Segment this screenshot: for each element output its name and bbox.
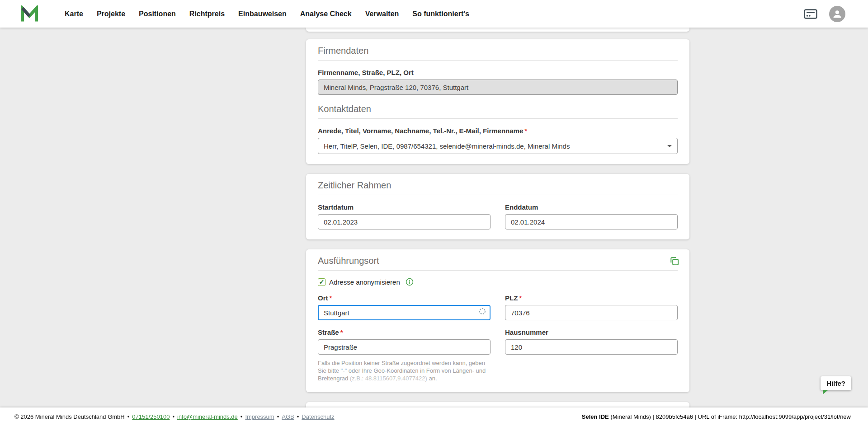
help-button-label: Hilfe? — [826, 379, 845, 387]
required-asterisk: * — [330, 294, 332, 302]
plz-input[interactable] — [505, 305, 678, 320]
next-card-partial — [306, 402, 689, 407]
nav-item-karte[interactable]: Karte — [65, 10, 83, 18]
nav-item-einbauweisen[interactable]: Einbauweisen — [238, 10, 287, 18]
content-area: Firmendaten Firmenname, Straße, PLZ, Ort… — [0, 28, 868, 407]
ort-input[interactable] — [318, 305, 491, 320]
footer-separator: • — [172, 413, 175, 420]
company-input[interactable] — [318, 80, 678, 95]
footer-left: © 2026 Mineral Minds Deutschland GmbH • … — [14, 413, 335, 420]
footer-separator: • — [241, 413, 243, 420]
footer-separator: • — [297, 413, 299, 420]
ort-input-wrap — [318, 302, 491, 320]
hausnummer-label: Hausnummer — [505, 328, 678, 336]
hint-coordinates-example: (z.B.: 48.8115607,9.4077422) — [350, 375, 427, 382]
ort-label: Ort* — [318, 294, 491, 302]
plz-label-text: PLZ — [505, 294, 518, 302]
nav-item-richtpreis[interactable]: Richtpreis — [189, 10, 225, 18]
copy-icon[interactable] — [669, 256, 679, 266]
anonymize-row: ✓ Adresse anonymisieren — [318, 278, 678, 286]
copyright-text: © 2026 Mineral Minds Deutschland GmbH — [14, 413, 125, 420]
anonymize-label: Adresse anonymisieren — [329, 278, 400, 286]
ort-label-text: Ort — [318, 294, 328, 302]
strasse-label: Straße* — [318, 328, 491, 336]
company-label: Firmenname, Straße, PLZ, Ort — [318, 69, 678, 76]
logo-icon — [20, 5, 39, 23]
footer: © 2026 Mineral Minds Deutschland GmbH • … — [0, 407, 868, 426]
firmendaten-title: Firmendaten — [318, 45, 678, 61]
nav-item-positionen[interactable]: Positionen — [139, 10, 176, 18]
footer-right: Selen IDE (Mineral Minds) | 8209b5fc54a6… — [582, 413, 851, 420]
nav-item-verwalten[interactable]: Verwalten — [365, 10, 399, 18]
contact-label-text: Anrede, Titel, Vorname, Nachname, Tel.-N… — [318, 127, 523, 135]
hausnummer-input[interactable] — [505, 339, 678, 355]
anonymize-checkbox[interactable]: ✓ — [318, 278, 326, 286]
startdatum-input[interactable] — [318, 214, 491, 229]
ausfuehrungsort-title: Ausführungsort — [318, 255, 678, 271]
contact-select-value: Herr, TitelP, Selen, IDE, 0987/654321, s… — [324, 142, 570, 150]
required-asterisk: * — [524, 127, 527, 135]
zeitraum-card: Zeitlicher Rahmen Startdatum Enddatum — [306, 174, 689, 239]
firmendaten-card: Firmendaten Firmenname, Straße, PLZ, Ort… — [306, 39, 689, 164]
required-asterisk: * — [340, 328, 343, 336]
previous-card-partial — [306, 28, 689, 32]
contact-label: Anrede, Titel, Vorname, Nachname, Tel.-N… — [318, 127, 678, 135]
footer-separator: • — [127, 413, 130, 420]
info-icon[interactable] — [406, 278, 414, 286]
footer-phone-link[interactable]: 07151/250100 — [132, 413, 170, 420]
footer-app-name: Selen IDE — [582, 413, 609, 420]
kontaktdaten-title: Kontaktdaten — [318, 103, 678, 119]
person-icon — [832, 9, 843, 19]
mineral-minds-logo[interactable] — [20, 5, 39, 23]
user-avatar[interactable] — [829, 6, 845, 22]
required-asterisk: * — [519, 294, 522, 302]
startdatum-label: Startdatum — [318, 203, 491, 211]
top-nav: Karte Projekte Positionen Richtpreis Ein… — [0, 0, 868, 28]
nav-item-projekte[interactable]: Projekte — [97, 10, 125, 18]
footer-separator: • — [277, 413, 279, 420]
loading-spinner-icon — [479, 308, 486, 315]
help-button[interactable]: Hilfe? — [821, 376, 851, 390]
hint-part2: an. — [427, 375, 437, 382]
strasse-input[interactable] — [318, 339, 491, 355]
contact-select[interactable]: Herr, TitelP, Selen, IDE, 0987/654321, s… — [318, 138, 678, 154]
plz-label: PLZ* — [505, 294, 678, 302]
nav-item-analyse-check[interactable]: Analyse Check — [300, 10, 352, 18]
strasse-label-text: Straße — [318, 328, 339, 336]
zeitraum-title: Zeitlicher Rahmen — [318, 179, 678, 195]
header-icons — [804, 6, 845, 22]
footer-env-info: (Mineral Minds) | 8209b5fc54a6 | URL of … — [609, 413, 851, 420]
footer-email-link[interactable]: info@mineral-minds.de — [177, 413, 238, 420]
footer-datenschutz-link[interactable]: Datenschutz — [302, 413, 334, 420]
enddatum-input[interactable] — [505, 214, 678, 229]
help-bubble-tail — [823, 390, 828, 394]
server-icon[interactable] — [804, 9, 817, 19]
nav-item-so-funktionierts[interactable]: So funktioniert's — [412, 10, 469, 18]
street-hint-text: Falls die Position keiner Straße zugeord… — [318, 359, 491, 382]
main-nav: Karte Projekte Positionen Richtpreis Ein… — [65, 10, 469, 18]
footer-impressum-link[interactable]: Impressum — [245, 413, 274, 420]
enddatum-label: Enddatum — [505, 203, 678, 211]
ausfuehrungsort-card: Ausführungsort ✓ Adresse anonymisieren — [306, 249, 689, 392]
chevron-down-icon — [667, 145, 672, 147]
check-icon: ✓ — [319, 279, 325, 285]
footer-agb-link[interactable]: AGB — [282, 413, 294, 420]
